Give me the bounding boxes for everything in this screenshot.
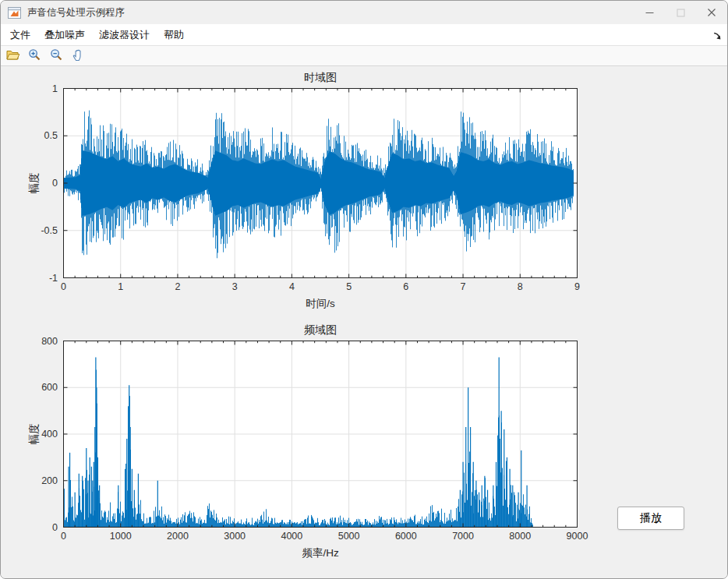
pan-button[interactable] [69,48,87,64]
x-tick-label: 5 [330,281,369,293]
x-tick-label: 3 [215,281,254,293]
y-tick-label: -0.5 [23,225,58,237]
play-button[interactable]: 播放 [617,507,684,530]
menu-filter-design[interactable]: 滤波器设计 [92,24,157,45]
x-tick-label: 6 [387,281,426,293]
hand-icon [72,48,85,64]
x-tick-label: 7000 [444,531,482,542]
frequency-domain-title: 频域图 [63,323,578,337]
x-tick-label: 8000 [500,531,539,542]
close-button[interactable] [696,1,727,24]
frequency-domain-xtick-labels: 0100020003000400050006000700080009000 [63,528,578,545]
frequency-domain-plot [63,341,578,528]
x-tick-label: 4 [272,281,311,293]
frequency-domain-xlabel: 频率/Hz [63,546,578,560]
time-domain-title: 时域图 [63,71,578,85]
x-tick-label: 7 [444,281,482,293]
x-tick-label: 1 [101,281,140,293]
toolbar [1,46,727,66]
time-domain-axes: 时域图 -1-0.500.51 0123456789 幅度 时间/s [63,88,578,278]
zoom-in-button[interactable] [26,48,44,64]
dock-arrow-icon[interactable] [713,30,722,38]
x-tick-label: 4000 [272,531,311,542]
x-tick-label: 9 [558,281,597,293]
menubar: 文件 叠加噪声 滤波器设计 帮助 [1,24,727,46]
y-tick-label: 1 [23,83,58,95]
minimize-button[interactable] [634,1,665,24]
x-tick-label: 3000 [215,531,254,542]
frequency-domain-ylabel: 幅度 [27,424,41,445]
x-tick-label: 9000 [558,531,597,542]
x-tick-label: 2000 [158,531,197,542]
time-domain-plot [63,88,578,278]
time-domain-ylabel: 幅度 [27,173,41,194]
window-title: 声音信号处理示例程序 [27,6,125,19]
matlab-figure-icon [8,7,21,19]
x-tick-label: 2 [158,281,197,293]
menu-file[interactable]: 文件 [3,24,37,45]
folder-open-icon [6,48,20,63]
frequency-domain-axes: 频域图 0200400600800 0100020003000400050006… [63,341,578,528]
zoom-in-icon [28,48,41,64]
time-domain-xtick-labels: 0123456789 [63,278,578,295]
y-tick-label: 0.5 [23,130,58,142]
titlebar[interactable]: 声音信号处理示例程序 [1,1,727,24]
y-tick-label: 800 [23,336,58,348]
x-tick-label: 0 [44,281,83,293]
x-tick-label: 8 [500,281,539,293]
menu-help[interactable]: 帮助 [157,24,191,45]
zoom-out-button[interactable] [48,48,65,64]
open-file-button[interactable] [4,48,22,64]
time-domain-xlabel: 时间/s [63,297,578,311]
zoom-out-icon [50,48,63,64]
x-tick-label: 0 [44,531,83,542]
figure-canvas: 时域图 -1-0.500.51 0123456789 幅度 时间/s 频域图 0… [1,66,727,578]
x-tick-label: 6000 [387,531,426,542]
x-tick-label: 1000 [101,531,140,542]
menu-add-noise[interactable]: 叠加噪声 [37,24,92,45]
y-tick-label: 600 [23,382,58,394]
x-tick-label: 5000 [330,531,369,542]
window-controls [634,1,727,24]
app-window: 声音信号处理示例程序 文件 叠加噪声 滤波器设计 帮助 [0,0,728,579]
maximize-button[interactable] [665,1,696,24]
y-tick-label: 200 [23,475,58,487]
